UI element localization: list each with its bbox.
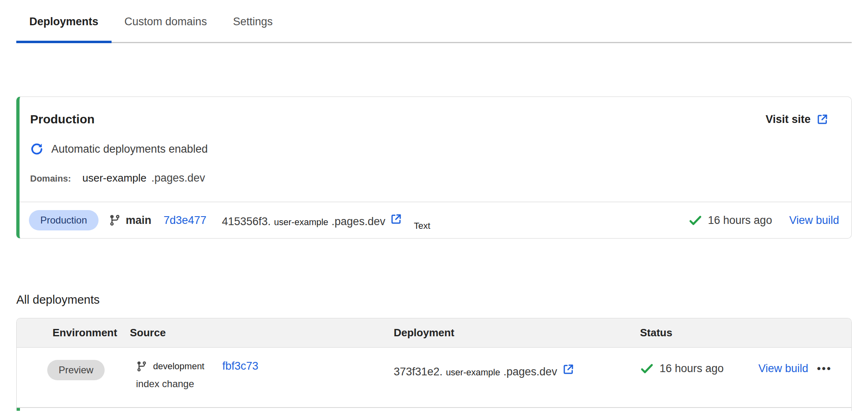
deployments-table-header: Environment Source Deployment Status bbox=[17, 318, 851, 348]
column-header-source: Source bbox=[130, 327, 394, 339]
tab-settings[interactable]: Settings bbox=[220, 0, 286, 43]
automatic-deployments-text: Automatic deployments enabled bbox=[51, 143, 208, 156]
all-deployments-title: All deployments bbox=[16, 293, 868, 307]
deployment-time: 16 hours ago bbox=[708, 214, 772, 227]
domains-label: Domains: bbox=[30, 173, 71, 184]
success-check-icon bbox=[688, 213, 702, 227]
tab-custom-domains[interactable]: Custom domains bbox=[112, 0, 220, 43]
column-header-environment: Environment bbox=[53, 327, 130, 339]
git-branch-icon bbox=[109, 214, 121, 226]
view-build-link[interactable]: View build bbox=[758, 362, 809, 375]
deployments-table: Environment Source Deployment Status Pre… bbox=[16, 318, 852, 411]
column-header-deployment: Deployment bbox=[394, 327, 640, 339]
external-link-icon bbox=[562, 363, 574, 375]
domain-name: user-example bbox=[82, 172, 147, 184]
deployment-table-row: Preview development fbf3c73 index change… bbox=[17, 348, 851, 408]
deployment-url-subdomain: 415356f3. bbox=[222, 215, 271, 228]
external-link-icon bbox=[816, 113, 829, 125]
external-link-icon bbox=[390, 213, 402, 225]
visit-site-label: Visit site bbox=[765, 113, 811, 126]
deployment-note: Text bbox=[414, 221, 430, 231]
branch-name: development bbox=[153, 361, 204, 372]
environment-badge-production: Production bbox=[29, 210, 99, 230]
visit-site-link[interactable]: Visit site bbox=[765, 113, 829, 126]
deployment-time: 16 hours ago bbox=[660, 362, 724, 375]
branch-name: main bbox=[126, 214, 151, 227]
commit-message: index change bbox=[136, 378, 394, 390]
success-check-icon bbox=[640, 362, 654, 375]
domain-suffix: .pages.dev bbox=[151, 172, 205, 184]
column-header-status: Status bbox=[640, 327, 851, 339]
deployment-url-subdomain: 373f31e2. bbox=[394, 366, 443, 378]
next-row-production-indicator bbox=[17, 408, 20, 411]
refresh-icon bbox=[30, 142, 43, 156]
deployment-url-link[interactable]: 415356f3. user-example .pages.dev bbox=[222, 213, 403, 228]
commit-hash-link[interactable]: fbf3c73 bbox=[222, 360, 259, 373]
git-branch-icon bbox=[136, 361, 147, 372]
deployment-url-suffix: .pages.dev bbox=[331, 215, 385, 228]
tab-bar: Deployments Custom domains Settings bbox=[0, 0, 868, 43]
row-menu-ellipsis-icon[interactable]: ••• bbox=[817, 362, 832, 375]
production-card-title: Production bbox=[30, 112, 94, 126]
environment-badge-preview: Preview bbox=[47, 360, 105, 380]
production-card: Production Visit site Automa bbox=[16, 96, 852, 239]
view-build-link[interactable]: View build bbox=[789, 214, 839, 227]
deployment-url-link[interactable]: 373f31e2. user-example .pages.dev bbox=[394, 363, 574, 378]
deployment-url-name: user-example bbox=[274, 217, 328, 228]
commit-hash-link[interactable]: 7d3e477 bbox=[164, 214, 206, 227]
deployment-url-name: user-example bbox=[446, 367, 500, 378]
tab-deployments[interactable]: Deployments bbox=[16, 0, 112, 43]
deployment-url-suffix: .pages.dev bbox=[503, 366, 557, 378]
production-deployment-row: Production main 7d3e477 415356f3. user-e… bbox=[20, 202, 851, 238]
